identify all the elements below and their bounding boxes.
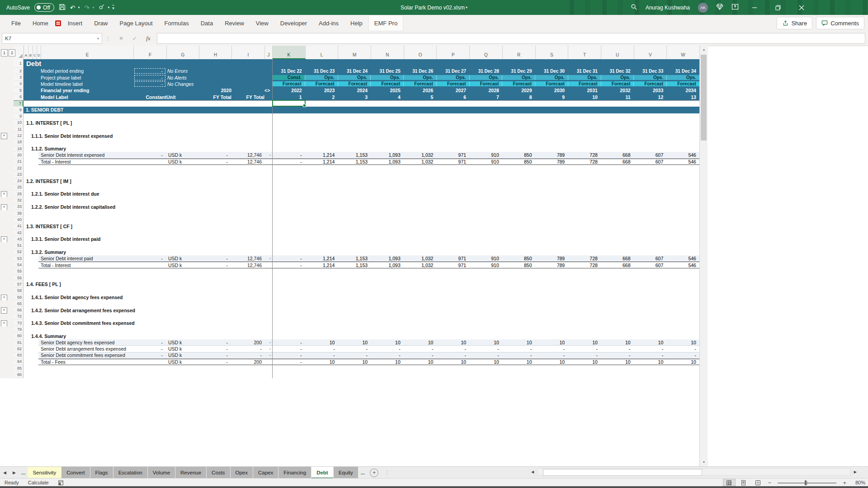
sheet-tab-equity[interactable]: Equity	[334, 467, 358, 479]
row-number-58[interactable]: 58	[14, 288, 24, 294]
zoom-slider[interactable]	[778, 479, 836, 486]
row-number-2[interactable]: 2	[14, 68, 24, 74]
header-label[interactable]: Model Label	[24, 94, 133, 100]
period-value-cell[interactable]: 971	[436, 152, 469, 158]
period-value-cell[interactable]: 1,153	[338, 152, 371, 158]
period-cell[interactable]: 31 Dec 27	[436, 69, 469, 74]
cell-fytotal[interactable]: 12,746	[231, 152, 264, 158]
column-header-S[interactable]: S	[536, 46, 569, 59]
period-value-cell[interactable]: -	[634, 352, 667, 358]
column-header-Q[interactable]: Q	[470, 46, 503, 59]
period-value-cell[interactable]: -	[338, 352, 371, 358]
period-value-cell[interactable]: -	[436, 352, 469, 358]
cell-spot[interactable]: -	[264, 255, 272, 261]
period-value-cell[interactable]: 1,153	[338, 159, 371, 164]
expand-outline-button[interactable]: +	[1, 295, 7, 301]
row-number-51[interactable]: 51	[14, 242, 24, 249]
expand-outline-button[interactable]: +	[1, 320, 7, 327]
period-cell[interactable]: Forecast	[370, 81, 403, 86]
column-header-C[interactable]: C	[33, 46, 37, 59]
unit-header[interactable]: Unit	[166, 94, 199, 100]
row-number-8[interactable]: 8	[14, 107, 24, 113]
row-number-43[interactable]: 43	[14, 236, 24, 242]
period-cell[interactable]: 2025	[371, 88, 404, 93]
row-number-33[interactable]: 33	[14, 204, 24, 210]
period-value-cell[interactable]: 728	[568, 255, 601, 261]
ribbon-tab-home[interactable]: Home	[27, 15, 54, 31]
period-cell[interactable]: 31 Dec 33	[634, 69, 667, 74]
page-break-view-icon[interactable]	[752, 479, 764, 486]
period-value-cell[interactable]: 10	[338, 359, 371, 365]
period-value-cell[interactable]: 10	[535, 359, 568, 365]
row-number-11[interactable]: 11	[14, 126, 24, 132]
period-cell[interactable]: 2027	[436, 88, 469, 93]
ribbon-tab-review[interactable]: Review	[219, 15, 250, 31]
status-calculate[interactable]: Calculate	[24, 479, 53, 487]
cell-spot[interactable]	[264, 262, 272, 267]
macro-record-icon[interactable]	[53, 479, 68, 487]
cell-spot[interactable]: -	[264, 339, 272, 345]
cell-fy2020[interactable]: -	[199, 346, 231, 352]
period-cell[interactable]: 12	[634, 94, 667, 100]
ribbon-tab-data[interactable]: Data	[195, 15, 219, 31]
status-text[interactable]: No Alerts	[167, 74, 271, 80]
period-cell[interactable]: 2024	[338, 88, 371, 93]
period-value-cell[interactable]: 1,214	[305, 255, 338, 261]
period-value-cell[interactable]: -	[666, 346, 699, 352]
outline-level-1-button[interactable]: 1	[1, 49, 8, 56]
period-cell[interactable]: Forecast	[535, 81, 568, 86]
row-number-21[interactable]: 21	[14, 159, 24, 165]
period-cell[interactable]: 5	[404, 94, 437, 100]
column-header-E[interactable]: E	[41, 46, 134, 59]
cell-unit[interactable]: USD k	[166, 346, 199, 352]
period-cell[interactable]: 9	[535, 94, 568, 100]
cell-fytotal[interactable]: 200	[231, 359, 264, 365]
row-number-25[interactable]: 25	[14, 184, 24, 191]
period-cell[interactable]: Ops.	[305, 75, 338, 80]
period-value-cell[interactable]: -	[272, 346, 305, 352]
sheet-tab-flags[interactable]: Flags	[90, 467, 113, 479]
ribbon-display-options-icon[interactable]	[731, 3, 739, 12]
cell-constant[interactable]	[133, 262, 166, 267]
zoom-slider-thumb[interactable]	[805, 480, 807, 485]
period-cell[interactable]: 31 Dec 28	[469, 69, 502, 74]
row-number-39[interactable]: 39	[14, 210, 24, 216]
period-value-cell[interactable]: 10	[568, 339, 601, 345]
period-value-cell[interactable]: 789	[535, 255, 568, 261]
period-cell[interactable]: 4	[371, 94, 404, 100]
period-value-cell[interactable]: 10	[634, 339, 667, 345]
sheet-nav-right-icon[interactable]: ▶	[9, 467, 19, 479]
cell-spot[interactable]: -	[264, 352, 272, 358]
column-header-L[interactable]: L	[306, 46, 339, 59]
row-number-18[interactable]: 18	[14, 139, 24, 145]
expand-outline-button[interactable]: +	[1, 236, 7, 243]
row-number-86[interactable]: 86	[14, 371, 24, 378]
cell-spot[interactable]	[264, 359, 272, 365]
row-number-57[interactable]: 57	[14, 281, 24, 287]
premium-diamond-icon[interactable]	[716, 3, 723, 12]
period-value-cell[interactable]: 607	[634, 159, 667, 164]
sheet-tab-financing[interactable]: Financing	[278, 467, 311, 479]
name-box[interactable]: K7 ▾	[2, 33, 102, 44]
period-value-cell[interactable]: -	[634, 346, 667, 352]
period-value-cell[interactable]: 10	[371, 359, 404, 365]
row-number-12[interactable]: 12	[14, 132, 24, 139]
period-cell[interactable]: Ops.	[403, 75, 436, 80]
cell-fytotal[interactable]: 12,746	[231, 255, 264, 261]
period-value-cell[interactable]: -	[305, 352, 338, 358]
period-value-cell[interactable]: 1,153	[338, 262, 371, 267]
period-value-cell[interactable]: 10	[666, 339, 699, 345]
period-value-cell[interactable]: -	[272, 262, 305, 267]
header-label[interactable]: Financial year ending	[24, 87, 133, 94]
cell-unit[interactable]: USD k	[166, 159, 199, 164]
period-value-cell[interactable]: 971	[436, 255, 469, 261]
period-value-cell[interactable]: 10	[305, 339, 338, 345]
row-number-9[interactable]: 9	[14, 113, 24, 120]
cell-fy2020[interactable]: -	[199, 152, 231, 158]
period-cell[interactable]: 31 Dec 26	[404, 69, 437, 74]
ribbon-tab-view[interactable]: View	[250, 15, 274, 31]
period-value-cell[interactable]: 10	[568, 359, 601, 365]
constant-header[interactable]: Constant	[133, 94, 166, 100]
horizontal-scrollbar[interactable]: ◀ ▶	[528, 468, 860, 476]
cell-fytotal[interactable]: -	[231, 346, 264, 352]
